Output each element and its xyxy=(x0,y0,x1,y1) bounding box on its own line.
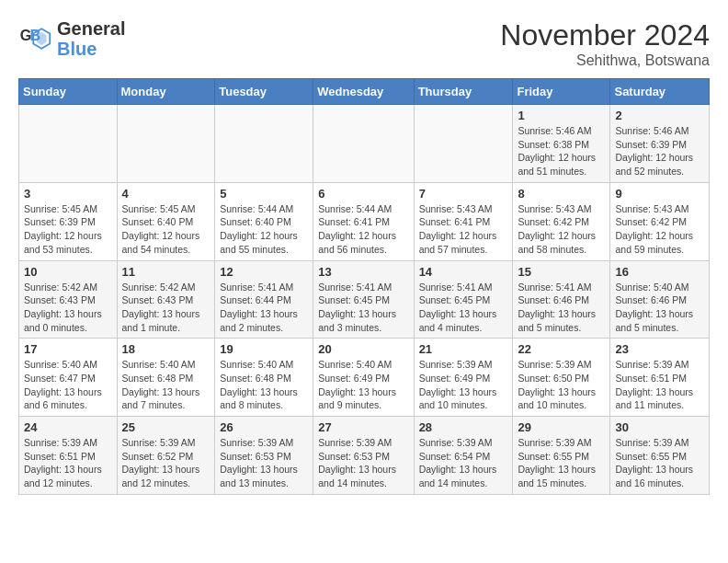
calendar-header: SundayMondayTuesdayWednesdayThursdayFrid… xyxy=(19,79,710,105)
calendar-week-row: 3Sunrise: 5:45 AMSunset: 6:39 PMDaylight… xyxy=(19,182,710,260)
calendar-cell: 6Sunrise: 5:44 AMSunset: 6:41 PMDaylight… xyxy=(313,182,414,260)
day-number: 12 xyxy=(220,265,308,279)
day-info: Sunrise: 5:39 AMSunset: 6:52 PMDaylight:… xyxy=(122,436,210,490)
calendar-cell: 28Sunrise: 5:39 AMSunset: 6:54 PMDayligh… xyxy=(414,417,513,495)
day-info: Sunrise: 5:39 AMSunset: 6:54 PMDaylight:… xyxy=(419,436,508,490)
day-number: 8 xyxy=(518,187,605,201)
day-info: Sunrise: 5:44 AMSunset: 6:41 PMDaylight:… xyxy=(318,202,408,257)
day-info: Sunrise: 5:45 AMSunset: 6:40 PMDaylight:… xyxy=(122,202,210,257)
calendar-cell: 19Sunrise: 5:40 AMSunset: 6:48 PMDayligh… xyxy=(215,339,313,417)
weekday-header-sunday: Sunday xyxy=(19,79,118,105)
day-number: 10 xyxy=(24,265,112,279)
day-info: Sunrise: 5:43 AMSunset: 6:42 PMDaylight:… xyxy=(615,202,704,257)
calendar-cell: 1Sunrise: 5:46 AMSunset: 6:38 PMDaylight… xyxy=(513,105,610,183)
day-info: Sunrise: 5:39 AMSunset: 6:51 PMDaylight:… xyxy=(615,358,704,412)
day-number: 25 xyxy=(122,420,210,434)
day-number: 3 xyxy=(24,187,112,201)
day-info: Sunrise: 5:41 AMSunset: 6:46 PMDaylight:… xyxy=(518,281,605,335)
calendar-cell: 25Sunrise: 5:39 AMSunset: 6:52 PMDayligh… xyxy=(117,417,215,495)
day-number: 15 xyxy=(518,265,605,279)
weekday-header-friday: Friday xyxy=(513,79,610,105)
day-info: Sunrise: 5:39 AMSunset: 6:53 PMDaylight:… xyxy=(220,436,308,490)
day-number: 30 xyxy=(615,420,704,434)
day-number: 24 xyxy=(24,420,112,434)
day-number: 4 xyxy=(122,187,210,201)
calendar-cell: 15Sunrise: 5:41 AMSunset: 6:46 PMDayligh… xyxy=(513,260,610,339)
calendar-cell: 26Sunrise: 5:39 AMSunset: 6:53 PMDayligh… xyxy=(215,417,313,495)
calendar-cell: 2Sunrise: 5:46 AMSunset: 6:39 PMDaylight… xyxy=(610,105,710,183)
calendar-cell: 4Sunrise: 5:45 AMSunset: 6:40 PMDaylight… xyxy=(117,182,215,260)
logo-line2: Blue xyxy=(57,39,125,59)
weekday-header-monday: Monday xyxy=(117,79,215,105)
calendar-cell: 21Sunrise: 5:39 AMSunset: 6:49 PMDayligh… xyxy=(414,339,513,417)
day-info: Sunrise: 5:39 AMSunset: 6:49 PMDaylight:… xyxy=(419,358,508,412)
calendar-cell: 23Sunrise: 5:39 AMSunset: 6:51 PMDayligh… xyxy=(610,339,710,417)
day-number: 27 xyxy=(318,420,408,434)
weekday-header-thursday: Thursday xyxy=(414,79,513,105)
day-number: 23 xyxy=(615,342,704,356)
page-header: G B General Blue November 2024 Sehithwa,… xyxy=(18,18,710,69)
day-number: 14 xyxy=(419,265,508,279)
calendar-cell: 14Sunrise: 5:41 AMSunset: 6:45 PMDayligh… xyxy=(414,260,513,339)
day-number: 17 xyxy=(24,342,112,356)
calendar-cell: 8Sunrise: 5:43 AMSunset: 6:42 PMDaylight… xyxy=(513,182,610,260)
day-info: Sunrise: 5:42 AMSunset: 6:43 PMDaylight:… xyxy=(24,281,112,335)
day-info: Sunrise: 5:39 AMSunset: 6:50 PMDaylight:… xyxy=(518,358,605,412)
title-block: November 2024 Sehithwa, Botswana xyxy=(500,18,710,69)
calendar-body: 1Sunrise: 5:46 AMSunset: 6:38 PMDaylight… xyxy=(19,105,710,495)
day-info: Sunrise: 5:39 AMSunset: 6:55 PMDaylight:… xyxy=(615,436,704,490)
weekday-header-saturday: Saturday xyxy=(610,79,710,105)
day-number: 29 xyxy=(518,420,605,434)
day-info: Sunrise: 5:40 AMSunset: 6:46 PMDaylight:… xyxy=(615,281,704,335)
day-number: 13 xyxy=(318,265,408,279)
day-number: 20 xyxy=(318,342,408,356)
calendar-cell: 30Sunrise: 5:39 AMSunset: 6:55 PMDayligh… xyxy=(610,417,710,495)
logo: G B General Blue xyxy=(18,18,125,59)
day-number: 16 xyxy=(615,265,704,279)
calendar-cell: 3Sunrise: 5:45 AMSunset: 6:39 PMDaylight… xyxy=(19,182,118,260)
calendar-cell: 9Sunrise: 5:43 AMSunset: 6:42 PMDaylight… xyxy=(610,182,710,260)
calendar-cell: 18Sunrise: 5:40 AMSunset: 6:48 PMDayligh… xyxy=(117,339,215,417)
day-info: Sunrise: 5:43 AMSunset: 6:42 PMDaylight:… xyxy=(518,202,605,257)
day-number: 6 xyxy=(318,187,408,201)
month-title: November 2024 xyxy=(500,18,710,52)
day-info: Sunrise: 5:39 AMSunset: 6:51 PMDaylight:… xyxy=(24,436,112,490)
logo-line1: General xyxy=(57,18,125,39)
day-number: 1 xyxy=(518,109,605,122)
day-info: Sunrise: 5:41 AMSunset: 6:45 PMDaylight:… xyxy=(419,281,508,335)
calendar-cell xyxy=(117,105,215,183)
day-info: Sunrise: 5:40 AMSunset: 6:49 PMDaylight:… xyxy=(318,358,408,412)
day-info: Sunrise: 5:43 AMSunset: 6:41 PMDaylight:… xyxy=(419,202,508,257)
day-info: Sunrise: 5:46 AMSunset: 6:39 PMDaylight:… xyxy=(615,124,704,178)
location-subtitle: Sehithwa, Botswana xyxy=(500,52,710,69)
logo-icon: G B xyxy=(18,22,51,55)
day-number: 22 xyxy=(518,342,605,356)
day-info: Sunrise: 5:42 AMSunset: 6:43 PMDaylight:… xyxy=(122,281,210,335)
calendar-cell: 11Sunrise: 5:42 AMSunset: 6:43 PMDayligh… xyxy=(117,260,215,339)
calendar-cell: 29Sunrise: 5:39 AMSunset: 6:55 PMDayligh… xyxy=(513,417,610,495)
calendar-cell: 12Sunrise: 5:41 AMSunset: 6:44 PMDayligh… xyxy=(215,260,313,339)
day-number: 5 xyxy=(220,187,308,201)
calendar-cell: 22Sunrise: 5:39 AMSunset: 6:50 PMDayligh… xyxy=(513,339,610,417)
calendar-table: SundayMondayTuesdayWednesdayThursdayFrid… xyxy=(18,78,710,495)
day-number: 28 xyxy=(419,420,508,434)
day-number: 9 xyxy=(615,187,704,201)
day-info: Sunrise: 5:40 AMSunset: 6:48 PMDaylight:… xyxy=(220,358,308,412)
day-number: 2 xyxy=(615,109,704,122)
calendar-week-row: 10Sunrise: 5:42 AMSunset: 6:43 PMDayligh… xyxy=(19,260,710,339)
day-info: Sunrise: 5:40 AMSunset: 6:47 PMDaylight:… xyxy=(24,358,112,412)
calendar-cell xyxy=(414,105,513,183)
weekday-header-wednesday: Wednesday xyxy=(313,79,414,105)
calendar-cell xyxy=(313,105,414,183)
calendar-cell: 17Sunrise: 5:40 AMSunset: 6:47 PMDayligh… xyxy=(19,339,118,417)
day-number: 19 xyxy=(220,342,308,356)
day-info: Sunrise: 5:44 AMSunset: 6:40 PMDaylight:… xyxy=(220,202,308,257)
day-info: Sunrise: 5:40 AMSunset: 6:48 PMDaylight:… xyxy=(122,358,210,412)
day-info: Sunrise: 5:39 AMSunset: 6:53 PMDaylight:… xyxy=(318,436,408,490)
calendar-cell: 24Sunrise: 5:39 AMSunset: 6:51 PMDayligh… xyxy=(19,417,118,495)
calendar-cell: 7Sunrise: 5:43 AMSunset: 6:41 PMDaylight… xyxy=(414,182,513,260)
calendar-cell: 13Sunrise: 5:41 AMSunset: 6:45 PMDayligh… xyxy=(313,260,414,339)
day-info: Sunrise: 5:41 AMSunset: 6:45 PMDaylight:… xyxy=(318,281,408,335)
day-number: 21 xyxy=(419,342,508,356)
calendar-cell xyxy=(215,105,313,183)
